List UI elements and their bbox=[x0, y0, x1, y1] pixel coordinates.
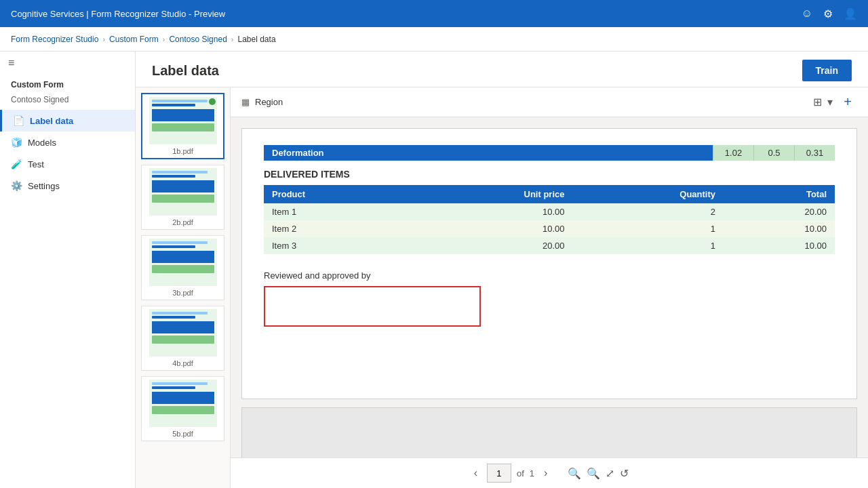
row2-unit-price: 10.00 bbox=[408, 220, 572, 237]
test-icon: 🧪 bbox=[11, 159, 22, 169]
toolbar-right: ⊞ ▾ + bbox=[813, 92, 857, 113]
topbar: Cognitive Services | Form Recognizer Stu… bbox=[0, 0, 868, 27]
file-thumb-2[interactable]: 2b.pdf bbox=[141, 165, 224, 230]
sidebar-models-label: Models bbox=[28, 138, 56, 148]
file-status-dot bbox=[209, 98, 216, 105]
deformation-val-1: 1.02 bbox=[713, 145, 753, 161]
table-row: Item 1 10.00 2 20.00 bbox=[264, 203, 835, 220]
file-name-3: 3b.pdf bbox=[172, 289, 193, 297]
signature-box bbox=[264, 286, 481, 327]
main-layout: ≡ Custom Form Contoso Signed 📄 Label dat… bbox=[0, 52, 868, 488]
doc-viewer: ▦ Region ⊞ ▾ + Deformation bbox=[231, 87, 868, 488]
col-total: Total bbox=[724, 185, 835, 203]
sidebar-test-label: Test bbox=[28, 159, 44, 169]
pagination: ‹ of 1 › 🔍 🔍 ⤢ ↺ bbox=[231, 458, 868, 488]
file-preview-3 bbox=[149, 239, 217, 286]
breadcrumb-current: Label data bbox=[238, 35, 276, 44]
region-label: Region bbox=[255, 97, 283, 107]
models-icon: 🧊 bbox=[11, 137, 22, 148]
sidebar-item-models[interactable]: 🧊 Models bbox=[0, 131, 135, 153]
row1-unit-price: 10.00 bbox=[408, 203, 572, 220]
file-name-4: 4b.pdf bbox=[172, 359, 193, 367]
zoom-in-icon[interactable]: 🔍 bbox=[587, 467, 600, 480]
row2-product: Item 2 bbox=[264, 220, 408, 237]
sidebar-section-title: Custom Form bbox=[0, 75, 135, 92]
file-name-5: 5b.pdf bbox=[172, 430, 193, 438]
row2-quantity: 1 bbox=[573, 220, 724, 237]
sidebar-item-test[interactable]: 🧪 Test bbox=[0, 153, 135, 175]
row3-product: Item 3 bbox=[264, 237, 408, 254]
label-data-icon: 📄 bbox=[13, 115, 24, 126]
col-product: Product bbox=[264, 185, 408, 203]
row2-total: 10.00 bbox=[724, 220, 835, 237]
file-list: 1b.pdf 2b.pdf bbox=[136, 87, 231, 488]
row3-quantity: 1 bbox=[573, 237, 724, 254]
file-name-1: 1b.pdf bbox=[172, 147, 193, 155]
breadcrumb-sep-2: › bbox=[163, 35, 165, 43]
file-preview-4 bbox=[149, 309, 217, 357]
deformation-row: Deformation 1.02 0.5 0.31 bbox=[264, 145, 835, 161]
viewer-toolbar: ▦ Region ⊞ ▾ + bbox=[231, 87, 868, 117]
file-thumb-5[interactable]: 5b.pdf bbox=[141, 376, 224, 441]
page-title: Label data bbox=[152, 63, 219, 79]
row1-total: 20.00 bbox=[724, 203, 835, 220]
total-pages: 1 bbox=[530, 468, 534, 479]
doc-page-1: Deformation 1.02 0.5 0.31 DELIVERED ITEM… bbox=[241, 128, 857, 399]
sidebar: ≡ Custom Form Contoso Signed 📄 Label dat… bbox=[0, 52, 136, 488]
user-icon[interactable]: 👤 bbox=[844, 7, 857, 20]
deformation-val-3: 0.31 bbox=[794, 145, 835, 161]
file-thumb-1[interactable]: 1b.pdf bbox=[141, 93, 224, 159]
row3-total: 10.00 bbox=[724, 237, 835, 254]
settings-icon[interactable]: ⚙ bbox=[823, 7, 833, 20]
sidebar-item-settings[interactable]: ⚙️ Settings bbox=[0, 175, 135, 197]
region-icon: ▦ bbox=[241, 97, 250, 107]
file-preview-2 bbox=[149, 168, 217, 216]
row3-unit-price: 20.00 bbox=[408, 237, 572, 254]
reset-icon[interactable]: ↺ bbox=[620, 467, 629, 480]
train-button[interactable]: Train bbox=[802, 60, 852, 81]
file-thumb-4[interactable]: 4b.pdf bbox=[141, 306, 224, 371]
breadcrumb-sep-1: › bbox=[102, 35, 105, 43]
page-header: Label data Train bbox=[136, 52, 868, 87]
fit-icon[interactable]: ⤢ bbox=[606, 467, 614, 480]
section-title: DELIVERED ITEMS bbox=[264, 169, 835, 180]
file-thumb-3[interactable]: 3b.pdf bbox=[141, 235, 224, 300]
file-preview-5 bbox=[149, 380, 217, 427]
reviewed-label: Reviewed and approved by bbox=[264, 270, 835, 281]
deformation-label: Deformation bbox=[264, 145, 713, 161]
row1-quantity: 2 bbox=[573, 203, 724, 220]
add-button[interactable]: + bbox=[838, 92, 857, 113]
sidebar-settings-label: Settings bbox=[28, 181, 60, 191]
smiley-icon[interactable]: ☺ bbox=[802, 7, 812, 20]
deformation-values: 1.02 0.5 0.31 bbox=[713, 145, 835, 161]
prev-page-button[interactable]: ‹ bbox=[470, 466, 481, 481]
file-name-2: 2b.pdf bbox=[172, 218, 193, 226]
sidebar-toggle[interactable]: ≡ bbox=[0, 52, 135, 75]
table-row: Item 3 20.00 1 10.00 bbox=[264, 237, 835, 254]
breadcrumb-item-1[interactable]: Form Recognizer Studio bbox=[11, 35, 98, 44]
doc-page-2 bbox=[241, 407, 857, 458]
breadcrumb-item-2[interactable]: Custom Form bbox=[109, 35, 159, 44]
layers-icon[interactable]: ⊞ bbox=[813, 96, 822, 108]
file-preview-1 bbox=[149, 97, 217, 144]
breadcrumb-item-3[interactable]: Contoso Signed bbox=[169, 35, 226, 44]
doc-content: Deformation 1.02 0.5 0.31 DELIVERED ITEM… bbox=[231, 117, 868, 458]
table-header-row: Product Unit price Quantity Total bbox=[264, 185, 835, 203]
page-number-input[interactable] bbox=[487, 464, 511, 483]
app-title: Cognitive Services | Form Recognizer Stu… bbox=[11, 9, 225, 19]
page-of-label: of bbox=[517, 468, 524, 479]
sidebar-sub-title: Contoso Signed bbox=[0, 92, 135, 110]
col-quantity: Quantity bbox=[573, 185, 724, 203]
chevron-down-icon[interactable]: ▾ bbox=[827, 96, 833, 108]
sidebar-item-label-data[interactable]: 📄 Label data bbox=[0, 110, 135, 131]
content-area: 1b.pdf 2b.pdf bbox=[136, 87, 868, 488]
deformation-val-2: 0.5 bbox=[753, 145, 794, 161]
toolbar-left: ▦ Region bbox=[241, 97, 283, 107]
row1-product: Item 1 bbox=[264, 203, 408, 220]
items-table: Product Unit price Quantity Total Item 1… bbox=[264, 185, 835, 254]
zoom-out-icon[interactable]: 🔍 bbox=[568, 467, 581, 480]
next-page-button[interactable]: › bbox=[540, 466, 551, 481]
topbar-icons: ☺ ⚙ 👤 bbox=[802, 7, 857, 20]
col-unit-price: Unit price bbox=[408, 185, 572, 203]
breadcrumb: Form Recognizer Studio › Custom Form › C… bbox=[0, 27, 868, 52]
